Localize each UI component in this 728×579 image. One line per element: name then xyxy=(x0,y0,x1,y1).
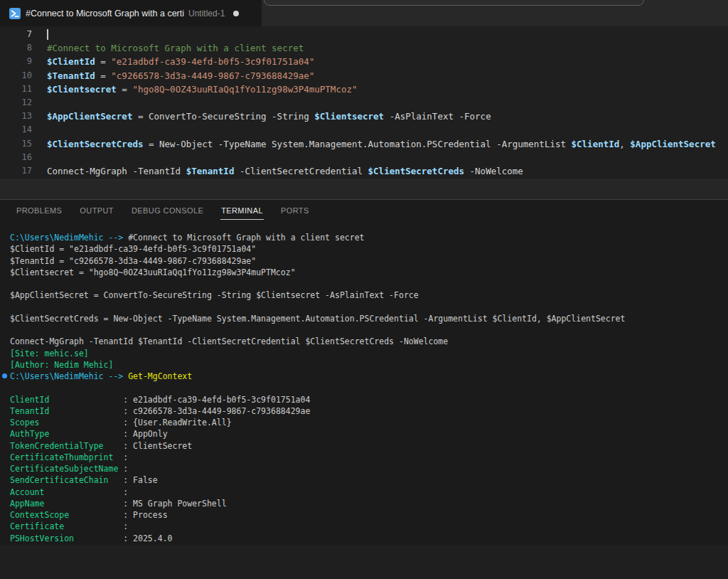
panel-tab-ports[interactable]: PORTS xyxy=(280,203,310,219)
terminal-line: CertificateSubjectName : xyxy=(10,463,728,474)
modified-indicator-icon[interactable] xyxy=(233,11,239,16)
terminal-line: PSHostVersion : 2025.4.0 xyxy=(10,533,728,544)
code-line: $ClientSecretCreds = New-Object -TypeNam… xyxy=(32,137,716,151)
terminal-line: C:\Users\NedimMehic --> Get-MgContext xyxy=(10,371,728,382)
terminal-line xyxy=(10,382,728,393)
editor-line: 14 xyxy=(0,123,728,137)
terminal[interactable]: C:\Users\NedimMehic --> #Connect to Micr… xyxy=(0,223,728,545)
terminal-line: AuthType : AppOnly xyxy=(10,428,728,440)
editor-line: 15$ClientSecretCreds = New-Object -TypeN… xyxy=(0,137,728,151)
editor-line: 7 xyxy=(0,28,728,41)
line-number: 14 xyxy=(0,123,32,137)
line-number: 9 xyxy=(0,55,32,68)
code-line: #Connect to Microsoft Graph with a clien… xyxy=(32,41,304,55)
editor-line: 12 xyxy=(0,96,728,110)
editor-tab-untitled-1[interactable]: #Connect to Microsoft Graph with a certi… xyxy=(0,0,262,26)
panel-tab-output[interactable]: OUTPUT xyxy=(79,203,114,219)
editor-line: 13$AppClientSecret = ConvertTo-SecureStr… xyxy=(0,110,728,123)
editor-panel-sash[interactable] xyxy=(0,179,728,200)
code-line: $ClientId = "e21adbdf-ca39-4efd-b0f5-3c9… xyxy=(32,55,314,68)
terminal-line: ClientId : e21adbdf-ca39-4efd-b0f5-3c9f0… xyxy=(10,394,728,405)
line-number: 13 xyxy=(0,110,32,123)
quick-input-overlay-edge xyxy=(264,0,644,6)
terminal-line: [Site: mehic.se] xyxy=(10,348,728,359)
powershell-icon xyxy=(9,8,21,19)
panel-tab-terminal[interactable]: TERMINAL xyxy=(220,203,264,220)
code-editor[interactable]: 78#Connect to Microsoft Graph with a cli… xyxy=(0,26,728,179)
code-line: $TenantId = "c9266578-3d3a-4449-9867-c79… xyxy=(32,69,314,83)
terminal-line: ContextScope : Process xyxy=(10,509,728,521)
terminal-line: [Author: Nedim Mehic] xyxy=(10,359,728,371)
terminal-line: Scopes : {User.ReadWrite.All} xyxy=(10,417,728,428)
code-line xyxy=(32,28,48,41)
editor-line: 16 xyxy=(0,151,728,164)
editor-line: 8#Connect to Microsoft Graph with a clie… xyxy=(0,41,728,55)
editor-line: 10$TenantId = "c9266578-3d3a-4449-9867-c… xyxy=(0,69,728,83)
terminal-line: SendCertificateChain : False xyxy=(10,474,728,486)
line-number: 7 xyxy=(0,28,32,41)
terminal-line: $ClientSecretCreds = New-Object -TypeNam… xyxy=(10,313,728,324)
terminal-line xyxy=(10,278,728,290)
panel-tab-problems[interactable]: PROBLEMS xyxy=(16,203,63,219)
code-line xyxy=(32,123,47,137)
code-line: Connect-MgGraph -TenantId $TenantId -Cli… xyxy=(32,164,523,178)
terminal-line: Certificate : xyxy=(10,521,728,532)
terminal-line: ManagedIdentityId : xyxy=(10,544,728,545)
terminal-line: C:\Users\NedimMehic --> #Connect to Micr… xyxy=(10,232,728,243)
terminal-line: AppName : MS Graph PowerShell xyxy=(10,498,728,509)
editor-line: 9$ClientId = "e21adbdf-ca39-4efd-b0f5-3c… xyxy=(0,55,728,68)
code-line: $Clientsecret = "hgo8Q~0OZ43uuRIaQq1fYo1… xyxy=(32,83,358,96)
terminal-line xyxy=(10,302,728,313)
tab-description: Untitled-1 xyxy=(188,9,225,18)
editor-line: 11$Clientsecret = "hgo8Q~0OZ43uuRIaQq1fY… xyxy=(0,83,728,96)
editor-lines: 78#Connect to Microsoft Graph with a cli… xyxy=(0,28,728,178)
terminal-line: TenantId : c9266578-3d3a-4449-9867-c7936… xyxy=(10,405,728,417)
line-number: 16 xyxy=(0,151,32,164)
panel-tab-debug-console[interactable]: DEBUG CONSOLE xyxy=(131,203,204,219)
code-line xyxy=(32,151,47,164)
line-number: 11 xyxy=(0,83,32,96)
terminal-line: CertificateThumbprint : xyxy=(10,452,728,463)
terminal-line: Connect-MgGraph -TenantId $TenantId -Cli… xyxy=(10,336,728,347)
terminal-line xyxy=(10,324,728,336)
terminal-line: $TenantId = "c9266578-3d3a-4449-9867-c79… xyxy=(10,255,728,267)
line-number: 12 xyxy=(0,96,32,110)
code-line: $AppClientSecret = ConvertTo-SecureStrin… xyxy=(32,110,491,123)
bottom-panel: PROBLEMSOUTPUTDEBUG CONSOLETERMINALPORTS… xyxy=(0,200,728,545)
vscode-window: #Connect to Microsoft Graph with a certi… xyxy=(0,0,728,579)
line-number: 15 xyxy=(0,137,32,151)
line-number: 10 xyxy=(0,69,32,83)
terminal-line: TokenCredentialType : ClientSecret xyxy=(10,440,728,452)
terminal-line: Account : xyxy=(10,487,728,498)
editor-line: 17Connect-MgGraph -TenantId $TenantId -C… xyxy=(0,164,728,178)
tab-title: #Connect to Microsoft Graph with a certi xyxy=(26,9,184,18)
code-line xyxy=(32,96,47,110)
tab-bar: #Connect to Microsoft Graph with a certi… xyxy=(0,0,728,26)
panel-tab-bar: PROBLEMSOUTPUTDEBUG CONSOLETERMINALPORTS xyxy=(0,200,728,223)
line-number: 17 xyxy=(0,164,32,178)
line-number: 8 xyxy=(0,41,32,55)
terminal-line: $ClientId = "e21adbdf-ca39-4efd-b0f5-3c9… xyxy=(10,243,728,255)
terminal-lines: C:\Users\NedimMehic --> #Connect to Micr… xyxy=(10,232,728,545)
text-cursor xyxy=(47,29,48,40)
terminal-line: $AppClientSecret = ConvertTo-SecureStrin… xyxy=(10,290,728,301)
terminal-line: $Clientsecret = "hgo8Q~0OZ43uuRIaQq1fYo1… xyxy=(10,267,728,278)
command-decoration-icon[interactable] xyxy=(2,373,7,378)
